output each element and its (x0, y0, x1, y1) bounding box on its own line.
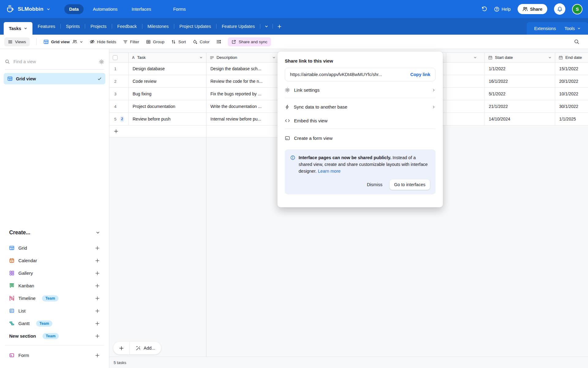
share-url[interactable]: https://airtable.com/appvfvKDt4BwMUYfc/s… (290, 72, 407, 77)
filter-button[interactable]: Filter (123, 40, 139, 44)
grid-view-selector[interactable]: Grid view (43, 39, 83, 44)
cell-description[interactable]: Write the documentation ... (206, 100, 279, 113)
nav-automations[interactable]: Automations (88, 4, 123, 14)
cell-task[interactable]: Design database (129, 63, 206, 75)
plus-icon[interactable] (95, 296, 100, 301)
cell-start-date[interactable]: 5/1/2022 (485, 88, 555, 100)
add-table-plus-icon[interactable] (273, 18, 286, 35)
cell-hidden[interactable] (446, 75, 485, 88)
cell-end-date[interactable]: 20/1/2022 (555, 75, 588, 88)
cell-description[interactable]: Fix the bugs reported by ... (206, 88, 279, 100)
create-new-section-item[interactable]: New section Team (9, 330, 100, 342)
create-gallery-item[interactable]: Gallery (9, 267, 100, 279)
search-icon[interactable] (574, 39, 584, 44)
view-settings-gear-icon[interactable] (99, 59, 104, 64)
workspace-name[interactable]: SLMobbin (18, 6, 43, 12)
create-timeline-item[interactable]: Timeline Team (9, 292, 100, 305)
plus-icon[interactable] (95, 353, 100, 358)
help-button[interactable]: Help (494, 6, 511, 12)
nav-interfaces[interactable]: Interfaces (127, 4, 156, 14)
plus-icon[interactable] (95, 258, 100, 263)
cell-description[interactable]: Internal review before pu... (206, 113, 279, 125)
hide-fields-button[interactable]: Hide fields (90, 39, 116, 44)
cell-start-date[interactable]: 14/10/2024 (485, 113, 555, 125)
create-form-view-item[interactable]: Create a form view (285, 131, 435, 145)
row-number[interactable]: 1 (109, 63, 129, 75)
cell-end-date[interactable]: 15/1/2022 (555, 63, 588, 75)
cell-start-date[interactable]: 16/1/2022 (485, 75, 555, 88)
go-to-interfaces-button[interactable]: Go to interfaces (390, 179, 430, 190)
cell-end-date[interactable]: 1/1/2025 (555, 113, 588, 125)
add-row-button[interactable] (109, 125, 279, 137)
cell-end-date[interactable]: 10/1/2022 (555, 88, 588, 100)
comment-count-badge[interactable]: 2 (120, 116, 124, 122)
tab-project-updates[interactable]: Project Updates (174, 18, 216, 35)
cell-task[interactable]: Project documentation (129, 100, 206, 113)
tab-feedback[interactable]: Feedback (112, 18, 142, 35)
tab-milestones[interactable]: Milestones (142, 18, 174, 35)
history-icon[interactable] (481, 6, 487, 12)
share-and-sync-button[interactable]: Share and sync (228, 37, 271, 46)
sort-button[interactable]: Sort (171, 40, 186, 44)
color-button[interactable]: Color (193, 40, 209, 44)
row-height-button[interactable] (216, 39, 221, 44)
column-header-description[interactable]: Description (206, 52, 279, 63)
frozen-column-divider[interactable] (206, 52, 206, 357)
column-header-start-date[interactable]: 31 Start date (485, 52, 555, 63)
link-settings-item[interactable]: Link settings (285, 83, 435, 97)
tab-projects[interactable]: Projects (85, 18, 111, 35)
plus-icon[interactable] (95, 283, 100, 288)
cell-task[interactable]: Code review (129, 75, 206, 88)
plus-icon[interactable] (95, 321, 100, 326)
column-header-partial[interactable] (446, 52, 485, 63)
share-button[interactable]: Share (518, 4, 547, 14)
create-kanban-item[interactable]: Kanban (9, 279, 100, 292)
create-calendar-item[interactable]: 31 Calendar (9, 254, 100, 267)
plus-icon[interactable] (95, 246, 100, 251)
create-gantt-item[interactable]: Gantt Team (9, 317, 100, 330)
plus-icon[interactable] (95, 271, 100, 276)
create-grid-item[interactable]: Grid (9, 242, 100, 254)
row-number[interactable]: 3 (109, 88, 129, 100)
copy-link-button[interactable]: Copy link (410, 72, 430, 77)
user-avatar[interactable]: S (572, 4, 582, 14)
add-with-ai-button[interactable]: Add... (130, 342, 161, 355)
tab-tasks-active[interactable]: Tasks (4, 22, 32, 35)
extensions-button[interactable]: Extensions (534, 26, 556, 31)
cell-task[interactable]: Review before push (129, 113, 206, 125)
create-section-header[interactable]: Create... (9, 226, 100, 239)
plus-icon[interactable] (95, 309, 100, 313)
tab-features[interactable]: Features (32, 18, 60, 35)
notifications-bell-icon[interactable] (554, 3, 565, 15)
chevron-down-icon[interactable] (548, 56, 552, 59)
sync-data-item[interactable]: Sync data to another base (285, 100, 435, 114)
cell-end-date[interactable]: 30/1/2022 (555, 100, 588, 113)
cell-task[interactable]: Bug fixing (129, 88, 206, 100)
create-form-item[interactable]: Form (9, 349, 100, 362)
row-number[interactable]: 2 (109, 75, 129, 88)
row-number[interactable]: 4 (109, 100, 129, 113)
views-button[interactable]: Views (4, 37, 30, 46)
dismiss-button[interactable]: Dismiss (362, 179, 387, 190)
group-button[interactable]: Group (146, 40, 165, 44)
tools-button[interactable]: Tools (564, 26, 581, 31)
select-all-checkbox[interactable] (113, 55, 118, 60)
cell-hidden[interactable] (446, 88, 485, 100)
find-view-input[interactable] (13, 59, 95, 64)
nav-forms[interactable]: Forms (168, 4, 190, 14)
chevron-down-icon[interactable] (199, 56, 203, 59)
cell-description[interactable]: Design the database sch... (206, 63, 279, 75)
cell-hidden[interactable] (446, 63, 485, 75)
cell-hidden[interactable] (446, 100, 485, 113)
column-header-task[interactable]: A Task (129, 52, 206, 63)
workspace-chevron-down-icon[interactable] (47, 7, 50, 11)
cell-hidden[interactable] (446, 113, 485, 125)
nav-data[interactable]: Data (64, 4, 84, 14)
learn-more-link[interactable]: Learn more (318, 169, 341, 174)
embed-view-item[interactable]: Embed this view (285, 114, 435, 128)
sidebar-view-grid-view[interactable]: Grid view (4, 73, 105, 84)
chevron-down-icon[interactable] (272, 56, 276, 59)
tab-feature-updates[interactable]: Feature Updates (217, 18, 260, 35)
cell-description[interactable]: Review the code for the n... (206, 75, 279, 88)
cell-start-date[interactable]: 21/1/2022 (485, 100, 555, 113)
